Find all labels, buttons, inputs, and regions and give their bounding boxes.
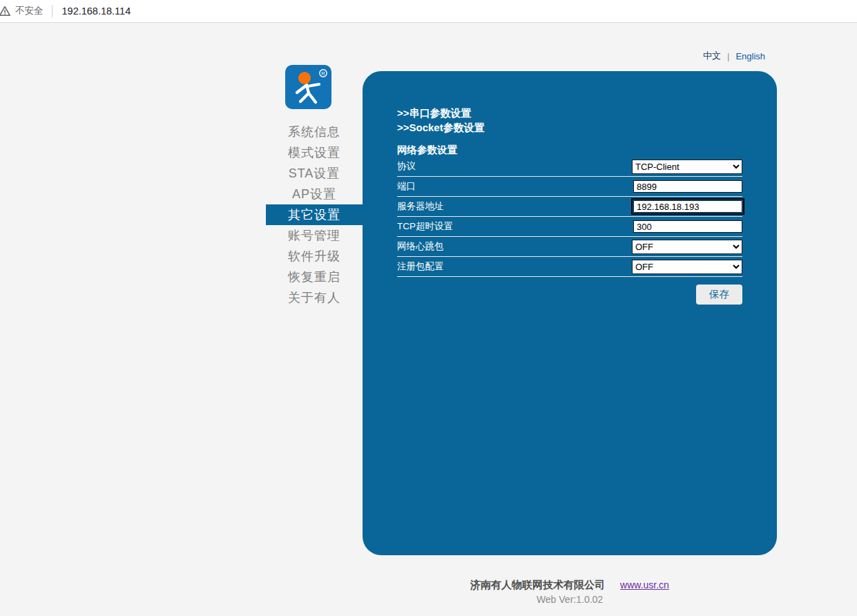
tcp-timeout-input[interactable] <box>633 220 742 233</box>
footer-website-link[interactable]: www.usr.cn <box>620 579 669 590</box>
save-row: 保存 <box>397 285 742 305</box>
usr-logo: R <box>285 65 331 109</box>
server-address-input[interactable] <box>633 200 742 213</box>
protocol-select[interactable]: TCP-Client <box>632 160 742 174</box>
field-row-protocol: 协议 TCP-Client <box>397 157 742 177</box>
footer-web-version: Web Ver:1.0.02 <box>363 594 777 605</box>
url-field[interactable]: 192.168.18.114 <box>62 6 131 17</box>
language-link-chinese[interactable]: 中文 <box>703 50 721 62</box>
browser-address-bar: 不安全 192.168.18.114 <box>0 0 857 23</box>
field-row-server-address: 服务器地址 <box>397 197 742 217</box>
page-footer: 济南有人物联网技术有限公司www.usr.cn Web Ver:1.0.02 <box>363 579 777 605</box>
language-divider: | <box>727 51 729 61</box>
sidebar-menu: 系统信息 模式设置 STA设置 AP设置 其它设置 账号管理 软件升级 恢复重启… <box>266 122 363 308</box>
sidebar-item-firmware-upgrade[interactable]: 软件升级 <box>266 246 363 267</box>
settings-panel: >>串口参数设置 >>Socket参数设置 网络参数设置 协议 TCP-Clie… <box>363 71 777 555</box>
sidebar-item-restore-restart[interactable]: 恢复重启 <box>266 267 363 287</box>
link-socket-param-settings[interactable]: >>Socket参数设置 <box>397 120 742 135</box>
sidebar-item-sta-settings[interactable]: STA设置 <box>266 163 363 184</box>
field-row-tcp-timeout: TCP超时设置 <box>397 217 742 237</box>
usr-logo-icon: R <box>285 65 331 109</box>
server-address-label: 服务器地址 <box>397 200 444 213</box>
link-serial-param-settings[interactable]: >>串口参数设置 <box>397 106 742 120</box>
field-row-register-packet: 注册包配置 OFF <box>397 257 742 277</box>
sidebar-item-mode-settings[interactable]: 模式设置 <box>266 142 363 163</box>
security-warning-chip[interactable]: 不安全 <box>0 5 44 17</box>
sidebar-item-ap-settings[interactable]: AP设置 <box>266 184 363 204</box>
protocol-label: 协议 <box>397 160 416 173</box>
port-input[interactable] <box>633 180 742 193</box>
language-switch: 中文 | English <box>703 50 765 62</box>
sidebar-item-other-settings[interactable]: 其它设置 <box>266 204 363 225</box>
heartbeat-select[interactable]: OFF <box>632 240 742 254</box>
address-bar-divider <box>52 5 52 17</box>
svg-text:R: R <box>321 70 325 77</box>
heartbeat-label: 网络心跳包 <box>397 240 444 253</box>
save-button[interactable]: 保存 <box>696 285 742 305</box>
sidebar-item-account-management[interactable]: 账号管理 <box>266 225 363 246</box>
sidebar-item-system-info[interactable]: 系统信息 <box>266 122 363 142</box>
register-packet-select[interactable]: OFF <box>632 260 742 274</box>
tcp-timeout-label: TCP超时设置 <box>397 220 453 233</box>
footer-company-name: 济南有人物联网技术有限公司 <box>470 579 605 590</box>
field-row-heartbeat: 网络心跳包 OFF <box>397 237 742 257</box>
sidebar-item-about-usr[interactable]: 关于有人 <box>266 287 363 308</box>
field-row-port: 端口 <box>397 177 742 197</box>
language-link-english[interactable]: English <box>735 51 765 61</box>
warning-triangle-icon <box>0 6 10 16</box>
section-title-network-params: 网络参数设置 <box>397 144 742 157</box>
security-warning-label: 不安全 <box>15 5 44 17</box>
port-label: 端口 <box>397 180 416 193</box>
register-packet-label: 注册包配置 <box>397 260 444 273</box>
